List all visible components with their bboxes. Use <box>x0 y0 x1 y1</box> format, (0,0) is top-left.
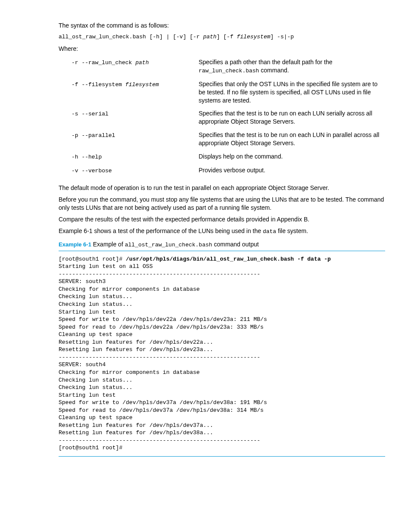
inline-code: data <box>263 228 276 235</box>
option-flag: -v --verbose <box>72 168 112 174</box>
where-label: Where: <box>59 45 385 53</box>
option-flag: -s --serial <box>72 111 109 117</box>
syntax-mid: ] [-f <box>217 34 237 40</box>
option-flag: -r --raw_lun_check path <box>72 59 149 66</box>
option-flag: -h --help <box>72 154 102 160</box>
option-desc: Specifies that the test is to be run on … <box>199 129 385 151</box>
inline-code: all_ost_raw_lun_check.bash <box>125 242 212 248</box>
syntax-arg-path: path <box>203 34 216 40</box>
para-default-mode: The default mode of operation is to run … <box>59 184 385 192</box>
para-before-run: Before you run the command, you must sto… <box>59 196 385 212</box>
code-command: /usr/opt/hpls/diags/bin/all_ost_raw_lun_… <box>126 256 331 262</box>
syntax-intro: The syntax of the command is as follows: <box>59 22 385 30</box>
option-row: -p --parallel Specifies that the test is… <box>72 129 385 151</box>
para-example-ref: Example 6-1 shows a test of the performa… <box>59 227 385 236</box>
code-prompt: [root@south1 root]# <box>59 256 126 262</box>
syntax-line: all_ost_raw_lun_check.bash [-h] | [-v] [… <box>59 33 385 41</box>
option-desc: Specifies that only the OST LUNs in the … <box>199 78 385 108</box>
option-desc: Displays help on the command. <box>199 151 385 165</box>
option-row: -s --serial Specifies that the test is t… <box>72 108 385 129</box>
option-flag: -f --filesystem filesystem <box>72 81 159 88</box>
syntax-suffix: ] -s|-p <box>271 34 294 40</box>
options-table: -r --raw_lun_check path Specifies a path… <box>72 56 385 178</box>
code-block: [root@south1 root]# /usr/opt/hpls/diags/… <box>59 255 385 452</box>
syntax-prefix: all_ost_raw_lun_check.bash [-h] | [-v] [… <box>59 34 203 40</box>
option-desc: Specifies that the test is to be run on … <box>199 108 385 129</box>
para-compare: Compare the results of the test with the… <box>59 215 385 224</box>
option-arg: path <box>135 59 149 66</box>
code-output: Starting lun test on all OSS -----------… <box>59 263 267 451</box>
option-flag: -p --parallel <box>72 132 115 139</box>
option-arg: filesystem <box>125 81 159 88</box>
example-bottom-rule <box>59 456 385 457</box>
inline-code: raw_lun_check.bash <box>199 68 259 74</box>
syntax-arg-filesystem: filesystem <box>237 34 271 40</box>
example-label: Example 6-1 <box>59 241 91 248</box>
option-desc: Provides verbose output. <box>199 165 385 178</box>
option-row: -f --filesystem filesystem Specifies tha… <box>72 78 385 108</box>
example-top-rule <box>59 251 385 251</box>
option-row: -r --raw_lun_check path Specifies a path… <box>72 56 385 78</box>
option-desc: Specifies a path other than the default … <box>199 56 385 78</box>
example-caption: Example 6-1 Example of all_ost_raw_lun_c… <box>59 240 385 249</box>
option-row: -h --help Displays help on the command. <box>72 151 385 165</box>
option-row: -v --verbose Provides verbose output. <box>72 165 385 178</box>
